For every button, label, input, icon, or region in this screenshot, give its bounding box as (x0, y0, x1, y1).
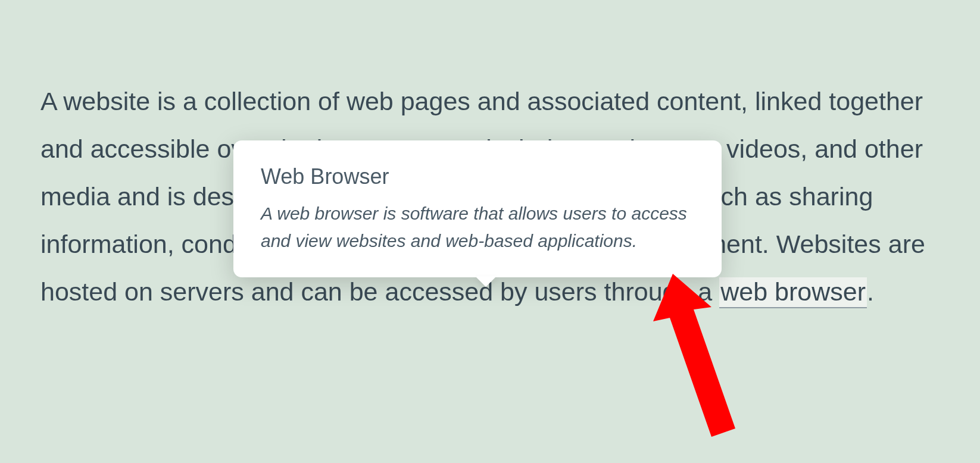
popover-arrow-icon (475, 276, 497, 287)
popover-body: A web browser is software that allows us… (261, 200, 694, 255)
popover-title: Web Browser (261, 164, 694, 189)
glossary-term-web-browser[interactable]: web browser (719, 277, 867, 308)
paragraph-text-after: . (867, 277, 874, 306)
glossary-popover: Web Browser A web browser is software th… (233, 140, 722, 277)
